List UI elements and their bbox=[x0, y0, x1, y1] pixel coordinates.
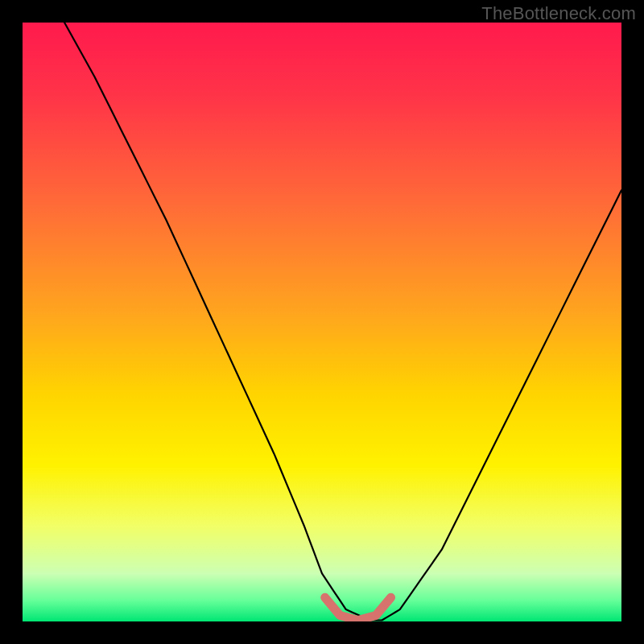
gradient-background bbox=[23, 23, 621, 621]
watermark-text: TheBottleneck.com bbox=[481, 3, 636, 24]
